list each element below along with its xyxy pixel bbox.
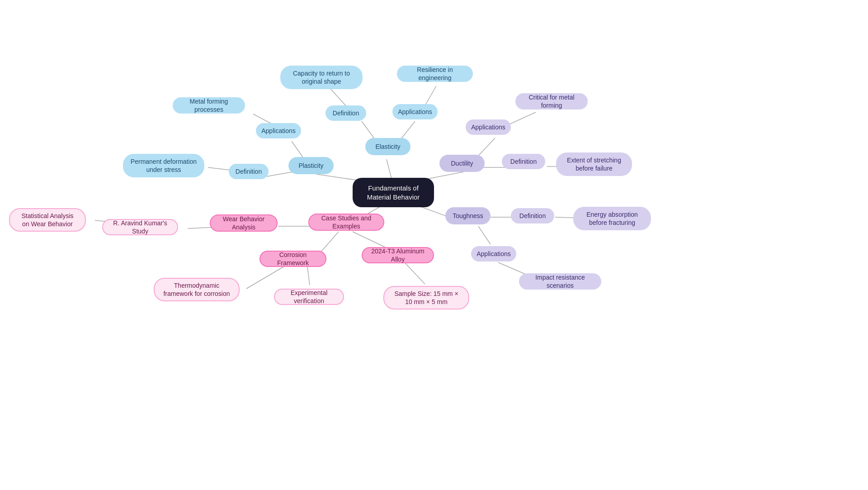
toughness-energy-node[interactable]: Energy absorption before fracturing <box>573 207 651 230</box>
ductility-definition-node[interactable]: Definition <box>502 154 545 169</box>
toughness-node[interactable]: Toughness <box>445 207 491 224</box>
plasticity-permanent-node[interactable]: Permanent deformation under stress <box>123 154 204 177</box>
elasticity-capacity-node[interactable]: Capacity to return to original shape <box>280 66 363 89</box>
ductility-critical-node[interactable]: Critical for metal forming <box>515 93 588 109</box>
elasticity-applications-node[interactable]: Applications <box>392 104 438 119</box>
aluminum-alloy-node[interactable]: 2024-T3 Aluminum Alloy <box>362 247 434 263</box>
plasticity-metal-node[interactable]: Metal forming processes <box>173 97 245 114</box>
toughness-definition-node[interactable]: Definition <box>511 208 554 224</box>
statistical-analysis-node[interactable]: Statistical Analysis on Wear Behavior <box>9 208 86 232</box>
ductility-node[interactable]: Ductility <box>439 155 485 172</box>
wear-behavior-node[interactable]: Wear Behavior Analysis <box>210 214 278 232</box>
toughness-impact-node[interactable]: Impact resistance scenarios <box>519 273 601 290</box>
sample-size-node[interactable]: Sample Size: 15 mm × 10 mm × 5 mm <box>383 286 469 309</box>
plasticity-applications-node[interactable]: Applications <box>256 123 301 138</box>
ductility-applications-node[interactable]: Applications <box>466 119 511 135</box>
elasticity-node[interactable]: Elasticity <box>365 138 410 155</box>
plasticity-node[interactable]: Plasticity <box>288 157 334 174</box>
toughness-applications-node[interactable]: Applications <box>471 246 516 262</box>
svg-line-27 <box>307 267 310 285</box>
elasticity-resilience-node[interactable]: Resilience in engineering <box>397 66 473 82</box>
plasticity-definition-node[interactable]: Definition <box>229 164 269 179</box>
svg-line-18 <box>478 226 491 244</box>
center-label: Fundamentals of Material Behavior <box>360 184 427 201</box>
thermo-framework-node[interactable]: Thermodynamic framework for corrosion <box>154 278 240 301</box>
aravind-study-node[interactable]: R. Aravind Kumar's Study <box>102 219 178 235</box>
center-node[interactable]: Fundamentals of Material Behavior <box>353 178 434 207</box>
elasticity-definition-node[interactable]: Definition <box>326 105 366 121</box>
corrosion-framework-node[interactable]: Corrosion Framework <box>259 251 326 267</box>
experimental-verification-node[interactable]: Experimental verification <box>274 289 344 305</box>
case-studies-node[interactable]: Case Studies and Examples <box>308 214 384 231</box>
svg-line-28 <box>405 262 425 284</box>
ductility-extent-node[interactable]: Extent of stretching before failure <box>556 152 632 176</box>
svg-line-26 <box>246 263 289 289</box>
